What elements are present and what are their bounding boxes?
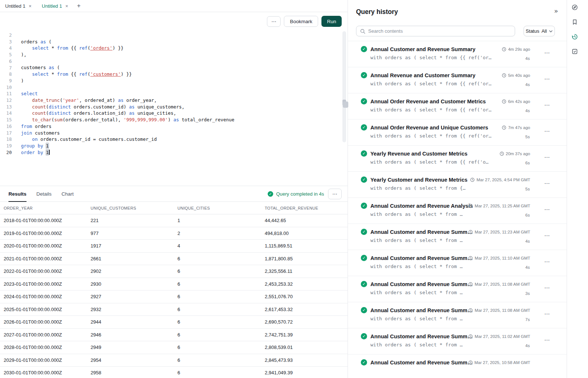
history-item[interactable]: ✓Annual Customer and Revenue Summ…Mar 27… bbox=[348, 224, 567, 250]
code-line[interactable]: count(distinct orders.customer_id) as un… bbox=[21, 104, 235, 110]
table-row[interactable]: 2026-01-01T00:00:00.000Z294462,690,570.7… bbox=[0, 316, 348, 329]
table-row[interactable]: 2025-01-01T00:00:00.000Z293262,617,453.3… bbox=[0, 303, 348, 316]
sql-editor[interactable]: 234567891011121314151617181920 orders as… bbox=[0, 31, 348, 186]
history-item[interactable]: ✓Annual Order Revenue and Unique Custome… bbox=[348, 120, 567, 146]
code-token: orders bbox=[32, 124, 52, 129]
results-tab-details[interactable]: Details bbox=[36, 186, 52, 202]
bookmark-button[interactable]: Bookmark bbox=[284, 16, 318, 27]
tab-close-icon[interactable]: × bbox=[65, 4, 68, 8]
code-token: ref bbox=[79, 45, 88, 51]
history-item-more-button[interactable]: ⋯ bbox=[544, 311, 550, 317]
timestamp-text: Mar 27, 2025, 11:02 AM GMT bbox=[475, 334, 530, 339]
history-item-more-button[interactable]: ⋯ bbox=[544, 154, 550, 161]
table-row[interactable]: 2030-01-01T00:00:00.000Z295862,941,049.3… bbox=[0, 367, 348, 378]
results-more-options-button[interactable]: ⋯ bbox=[328, 189, 342, 199]
table-row[interactable]: 2024-01-01T00:00:00.000Z292762,551,076.7… bbox=[0, 290, 348, 303]
table-row[interactable]: 2021-01-01T00:00:00.000Z266161,871,800.8… bbox=[0, 253, 348, 265]
history-item-more-button[interactable]: ⋯ bbox=[544, 285, 550, 291]
table-row[interactable]: 2029-01-01T00:00:00.000Z295462,845,473.9… bbox=[0, 354, 348, 367]
history-item[interactable]: ✓Annual Customer and Revenue Summ…Mar 27… bbox=[348, 328, 567, 354]
code-line[interactable]: ) bbox=[21, 78, 235, 84]
table-row[interactable]: 2028-01-01T00:00:00.000Z294962,808,539.0… bbox=[0, 341, 348, 354]
history-item[interactable]: ✓Yearly Customer and Revenue MetricsMar … bbox=[348, 172, 567, 198]
history-item[interactable]: ✓Annual Customer and Revenue AnalysisMar… bbox=[348, 198, 567, 224]
code-token: select bbox=[32, 45, 49, 51]
table-row[interactable]: 2023-01-01T00:00:00.000Z293062,453,253.3… bbox=[0, 278, 348, 291]
history-item-title: Annual Revenue and Customer Summary bbox=[370, 72, 475, 78]
table-row[interactable]: 2022-01-01T00:00:00.000Z290262,325,556.1… bbox=[0, 265, 348, 278]
code-line[interactable]: select bbox=[21, 90, 235, 97]
check-square-icon[interactable] bbox=[570, 47, 580, 56]
code-token bbox=[21, 104, 32, 110]
code-line[interactable] bbox=[21, 58, 235, 65]
search-box[interactable] bbox=[356, 26, 515, 36]
history-item[interactable]: ✓Annual Revenue and Customer Summary5m 4… bbox=[348, 67, 567, 93]
pane-resize-handle[interactable] bbox=[343, 101, 348, 108]
bookmark-icon[interactable] bbox=[570, 17, 580, 27]
editor-scrollbar[interactable] bbox=[342, 31, 346, 142]
history-item-more-button[interactable]: ⋯ bbox=[544, 180, 550, 187]
editor-tab[interactable]: Untitled 1× bbox=[37, 0, 74, 12]
table-cell: 2029-01-01T00:00:00.000Z bbox=[4, 357, 91, 363]
history-item-more-button[interactable]: ⋯ bbox=[544, 128, 550, 135]
history-item-more-button[interactable]: ⋯ bbox=[544, 232, 550, 239]
results-tab-results[interactable]: Results bbox=[8, 186, 27, 202]
code-line[interactable]: orders as ( bbox=[21, 39, 235, 45]
tab-close-icon[interactable]: × bbox=[29, 4, 32, 8]
code-line[interactable]: select * from {{ ref('orders') }} bbox=[21, 45, 235, 51]
collapse-panel-icon[interactable]: » bbox=[554, 7, 558, 15]
history-item[interactable]: ✓Yearly Revenue and Customer Metrics20m … bbox=[348, 146, 567, 172]
code-line[interactable]: group by 1 bbox=[21, 143, 235, 149]
code-line[interactable] bbox=[21, 84, 235, 91]
history-item[interactable]: ✓Annual Order Revenue and Customer Metri… bbox=[348, 93, 567, 120]
table-row[interactable]: 2027-01-01T00:00:00.000Z294662,742,751.3… bbox=[0, 329, 348, 342]
line-number: 8 bbox=[0, 71, 12, 78]
new-tab-button[interactable]: + bbox=[77, 2, 81, 10]
history-item[interactable]: ✓Annual Customer and Revenue Summ…Mar 27… bbox=[348, 276, 567, 302]
history-item-more-button[interactable]: ⋯ bbox=[544, 76, 550, 82]
history-item[interactable]: ✓Annual Customer and Revenue Summary4m 2… bbox=[348, 41, 567, 67]
code-line[interactable]: on orders.customer_id = customers.custom… bbox=[21, 136, 235, 143]
query-history-title: Query history bbox=[356, 8, 559, 16]
code-line[interactable]: ), bbox=[21, 51, 235, 58]
table-row[interactable]: 2018-01-01T00:00:00.000Z221144,442.65 bbox=[0, 214, 348, 227]
history-item-more-button[interactable]: ⋯ bbox=[544, 363, 550, 366]
history-item[interactable]: ✓Annual Customer and Revenue Summ…Mar 27… bbox=[348, 354, 567, 366]
editor-more-options-button[interactable]: ⋯ bbox=[267, 16, 281, 27]
code-line[interactable]: customers as ( bbox=[21, 64, 235, 71]
code-token: ( bbox=[60, 97, 63, 103]
success-check-icon: ✓ bbox=[268, 191, 273, 197]
run-button[interactable]: Run bbox=[321, 16, 342, 27]
compass-icon[interactable] bbox=[570, 3, 580, 12]
history-item-timestamp: Mar 27, 2025, 11:10 AM GMT bbox=[468, 256, 530, 260]
code-line[interactable] bbox=[21, 32, 235, 39]
history-item-more-button[interactable]: ⋯ bbox=[544, 337, 550, 343]
dbt-ide-app: Untitled 1×Untitled 1× + ⋯ Bookmark Run … bbox=[0, 0, 588, 378]
history-item[interactable]: ✓Annual Customer and Revenue Summ…Mar 27… bbox=[348, 250, 567, 276]
code-line[interactable]: select * from {{ ref('customers') }} bbox=[21, 71, 235, 78]
code-line[interactable]: date_trunc('year', ordered_at) as order_… bbox=[21, 97, 235, 104]
history-item-more-button[interactable]: ⋯ bbox=[544, 50, 550, 56]
code-line[interactable]: count(distinct orders.location_id) as un… bbox=[21, 110, 235, 117]
history-item-more-button[interactable]: ⋯ bbox=[544, 258, 550, 265]
table-row[interactable]: 2019-01-01T00:00:00.000Z9772494,818.00 bbox=[0, 227, 348, 240]
history-item-more-button[interactable]: ⋯ bbox=[544, 102, 550, 108]
code-line[interactable]: from orders bbox=[21, 123, 235, 130]
table-row[interactable]: 2020-01-01T00:00:00.000Z191741,115,869.5… bbox=[0, 240, 348, 253]
table-cell: 2930 bbox=[91, 281, 177, 287]
results-tab-chart[interactable]: Chart bbox=[61, 186, 74, 202]
code-line[interactable]: to_char(sum(orders.order_total), '999,99… bbox=[21, 117, 235, 123]
timestamp-text: Mar 27, 2025, 11:08 AM GMT bbox=[475, 308, 530, 313]
history-item-more-button[interactable]: ⋯ bbox=[544, 206, 550, 213]
search-input[interactable] bbox=[368, 28, 511, 34]
success-check-icon: ✓ bbox=[361, 333, 367, 339]
code-line[interactable]: join customers bbox=[21, 130, 235, 136]
editor-code[interactable]: orders as ( select * from {{ ref('orders… bbox=[14, 32, 235, 186]
history-item[interactable]: ✓Annual Customer and Revenue Summ…Mar 27… bbox=[348, 302, 567, 328]
history-item-duration: 5s bbox=[525, 135, 530, 139]
timestamp-text: 20m 37s ago bbox=[506, 151, 531, 156]
code-line[interactable]: order by 1 bbox=[21, 149, 235, 156]
status-filter[interactable]: Status All bbox=[524, 26, 555, 36]
editor-tab[interactable]: Untitled 1× bbox=[0, 0, 37, 12]
history-icon[interactable] bbox=[570, 32, 580, 42]
